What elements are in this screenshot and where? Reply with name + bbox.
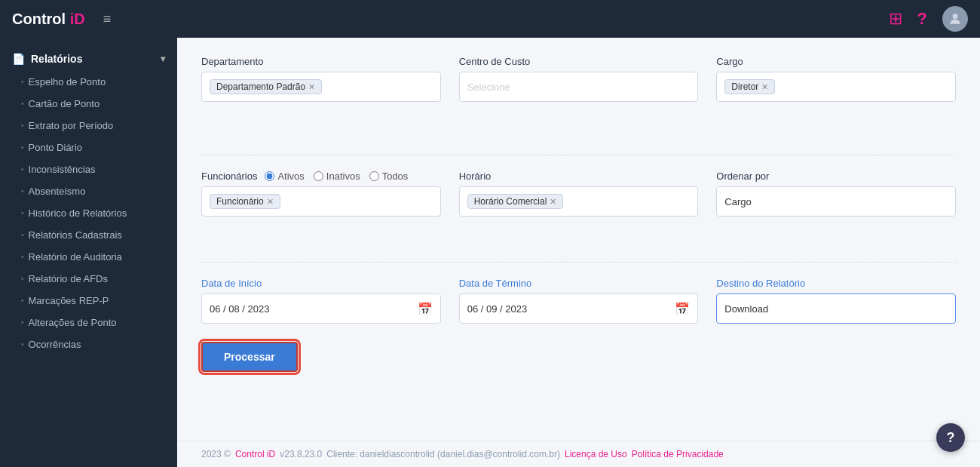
svg-point-0 [953,14,958,19]
sidebar-item-cadastrais[interactable]: Relatórios Cadastrais [0,224,177,246]
footer-version: v23.8.23.0 [280,449,322,459]
hamburger-icon[interactable]: ≡ [103,11,112,27]
sidebar-item-absenteismo[interactable]: Absenteísmo [0,180,177,202]
form-row-3: Data de Início 06 / 08 / 2023 📅 Data de … [201,278,956,324]
centro-custo-input[interactable]: Selecione [459,72,699,102]
sidebar-section-label: Relatórios [31,53,82,65]
cargo-input[interactable]: Diretor ✕ [716,72,956,102]
funcionarios-remove-icon[interactable]: ✕ [267,197,274,207]
section-divider-1 [201,155,956,155]
footer-licenca-link[interactable]: Licença de Uso [565,449,627,459]
footer-brand-link[interactable]: Control iD [235,449,275,459]
cargo-label: Cargo [716,56,956,67]
ordenar-label: Ordenar por [716,171,956,182]
layout: 📄 Relatórios ▾ Espelho de Ponto Cartão d… [0,38,980,467]
radio-todos[interactable] [369,171,379,181]
radio-group-funcionarios: Ativos Inativos Todos [265,171,408,182]
form-group-ordenar: Ordenar por Cargo [716,171,956,244]
sidebar-item-afds[interactable]: Relatório de AFDs [0,268,177,290]
data-termino-input[interactable]: 06 / 09 / 2023 📅 [459,293,699,324]
sidebar-item-alteracoes[interactable]: Alterações de Ponto [0,312,177,333]
radio-todos-label[interactable]: Todos [369,171,409,182]
footer-politica-link[interactable]: Política de Privacidade [632,449,724,459]
header-logo: Control iD ≡ [12,11,111,28]
horario-remove-icon[interactable]: ✕ [550,197,556,207]
sidebar-section-relatorios: 📄 Relatórios ▾ Espelho de Ponto Cartão d… [0,41,177,361]
data-inicio-input[interactable]: 06 / 08 / 2023 📅 [201,293,441,324]
floating-help-button[interactable]: ? [936,423,965,452]
chevron-down-icon: ▾ [161,54,165,64]
header-right: ⊞ ? [889,6,968,32]
funcionario-tag-label: Funcionário [216,196,264,207]
processar-section: Processar [201,342,956,390]
radio-inativos[interactable] [314,171,323,181]
calculator-icon[interactable]: ⊞ [889,9,902,29]
sidebar-item-ponto-diario[interactable]: Ponto Diário [0,137,177,158]
data-termino-label: Data de Término [459,278,699,289]
departamento-tag: Departamento Padrão ✕ [210,79,322,94]
cargo-remove-icon[interactable]: ✕ [761,82,768,92]
help-icon[interactable]: ? [917,9,927,29]
calendar-termino-icon[interactable]: 📅 [675,302,690,316]
footer-cliente: Cliente: danieldiascontrolid (daniel.dia… [326,449,560,459]
departamento-input[interactable]: Departamento Padrão ✕ [201,72,441,102]
departamento-remove-icon[interactable]: ✕ [308,82,315,92]
sidebar-item-historico[interactable]: Histórico de Relatórios [0,202,177,224]
form-group-data-inicio: Data de Início 06 / 08 / 2023 📅 [201,278,441,324]
sidebar-item-auditoria[interactable]: Relatório de Auditoria [0,246,177,268]
departamento-label: Departamento [201,56,441,67]
calendar-inicio-icon[interactable]: 📅 [418,302,433,316]
centro-custo-placeholder: Selecione [467,81,510,93]
radio-ativos-label[interactable]: Ativos [265,171,304,182]
sidebar-item-inconsistencias[interactable]: Inconsistências [0,158,177,180]
form-group-destino: Destino do Relatório Download [716,278,956,324]
centro-custo-label: Centro de Custo [459,56,699,67]
avatar[interactable] [942,6,968,32]
sidebar-item-ocorrencias[interactable]: Ocorrências [0,333,177,355]
form-group-departamento: Departamento Departamento Padrão ✕ [201,56,441,137]
cargo-tag: Diretor ✕ [724,79,775,94]
form-group-cargo: Cargo Diretor ✕ [716,56,956,137]
horario-label: Horário [459,171,699,182]
form-group-centro-custo: Centro de Custo Selecione [459,56,699,137]
funcionarios-tag: Funcionário ✕ [210,194,280,209]
radio-inativos-label[interactable]: Inativos [314,171,360,182]
horario-input[interactable]: Horário Comercial ✕ [459,186,699,217]
footer: 2023 © Control iD v23.8.23.0 Cliente: da… [177,441,980,467]
form-group-horario: Horário Horário Comercial ✕ [459,171,699,244]
doc-icon: 📄 [12,53,25,65]
data-inicio-label: Data de Início [201,278,441,289]
main-wrapper: Departamento Departamento Padrão ✕ Centr… [177,38,980,467]
sidebar-item-espelho[interactable]: Espelho de Ponto [0,71,177,93]
logo-text: Control iD [12,11,85,28]
destino-label: Destino do Relatório [716,278,956,289]
destino-input[interactable]: Download [716,293,956,324]
footer-copyright: 2023 © [201,449,231,459]
sidebar: 📄 Relatórios ▾ Espelho de Ponto Cartão d… [0,38,177,467]
horario-tag: Horário Comercial ✕ [467,194,564,209]
sidebar-item-cartao[interactable]: Cartão de Ponto [0,93,177,115]
main-content: Departamento Departamento Padrão ✕ Centr… [177,38,980,441]
form-group-funcionarios: Funcionários Ativos Inativos [201,171,441,244]
form-row-2: Funcionários Ativos Inativos [201,171,956,244]
funcionarios-label: Funcionários [201,171,257,182]
header: Control iD ≡ ⊞ ? [0,0,980,38]
form-group-data-termino: Data de Término 06 / 09 / 2023 📅 [459,278,699,324]
ordenar-input[interactable]: Cargo [716,186,956,217]
funcionarios-input[interactable]: Funcionário ✕ [201,186,441,217]
sidebar-item-extrato[interactable]: Extrato por Período [0,115,177,137]
radio-ativos[interactable] [265,171,274,181]
processar-button[interactable]: Processar [201,342,298,372]
sidebar-item-marcacoes[interactable]: Marcações REP-P [0,290,177,312]
section-divider-2 [201,262,956,263]
sidebar-section-header[interactable]: 📄 Relatórios ▾ [0,47,177,71]
form-row-1: Departamento Departamento Padrão ✕ Centr… [201,56,956,137]
